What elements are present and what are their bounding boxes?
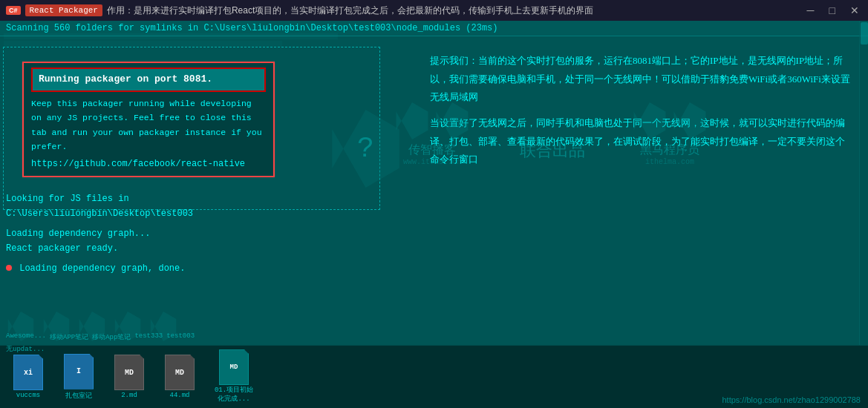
file-label-vuccms: vuccms <box>16 392 40 399</box>
path-line: C:\Users\liulongbin\Desktop\test003 <box>6 206 193 221</box>
loading-line: Loading dependency graph... <box>6 226 193 241</box>
annotation-box: Running packager on port 8081. Keep this… <box>22 62 275 177</box>
label-app1: 移动APP笔记 <box>50 332 88 342</box>
red-dot-icon <box>6 265 12 271</box>
bottom-update-label: 无updat... <box>0 344 149 354</box>
title-bar-left: C# React Packager 作用：是用来进行实时编译打包React项目的… <box>6 4 593 17</box>
itcast-hex-2 <box>434 102 471 139</box>
bottom-file-labels: Awesome... 移动APP笔记 移动App笔记 test333 test0… <box>0 330 319 344</box>
file-label-project: 01.项目初始化完成... <box>215 386 253 404</box>
file-item-biji[interactable]: I 扎包室记 <box>56 354 101 401</box>
label-test003: test003 <box>166 332 195 342</box>
faint-rows <box>4 33 375 47</box>
app-icon: C# <box>6 6 21 15</box>
close-button[interactable]: ✕ <box>847 4 862 16</box>
minimize-button[interactable]: ─ <box>804 4 818 16</box>
itcast-hex-row <box>394 102 471 139</box>
done-line: Loading dependency graph, done. <box>6 261 193 276</box>
github-link: https://github.com/facebook/react-native <box>31 157 266 171</box>
label-test333: test333 <box>134 332 163 342</box>
file-item-44md[interactable]: MD 44.md <box>157 355 202 399</box>
ready-line: React packager ready. <box>6 241 193 256</box>
file-icon-project: MD <box>219 349 249 385</box>
file-item-2md[interactable]: MD 2.md <box>107 355 151 399</box>
label-app2: 移动App笔记 <box>92 332 131 342</box>
desc-text: Keep this packager running while develop… <box>31 96 266 154</box>
itcast-hex-1 <box>394 102 431 139</box>
combined-text: 联合出品 <box>520 139 585 162</box>
terminal-main-text: Looking for JS files in C:\Users\liulong… <box>6 191 193 276</box>
title-bar: C# React Packager 作用：是用来进行实时编译打包React项目的… <box>0 0 868 21</box>
itheima-logo-area: 黑马程序员 ithelma.com <box>631 102 708 166</box>
file-label-44md: 44.md <box>169 392 189 399</box>
file-label-biji: 扎包室记 <box>65 391 92 401</box>
file-icon-vuccms: xi <box>13 355 43 390</box>
scrollbar-thumb[interactable] <box>861 22 868 45</box>
file-icon-biji: I <box>64 354 94 389</box>
itheima-url: ithelma.com <box>631 158 708 166</box>
maximize-button[interactable]: □ <box>826 4 838 16</box>
itheima-hex-2 <box>671 102 708 139</box>
itheima-hex-row <box>631 102 708 139</box>
app-name-badge: React Packager <box>25 4 102 16</box>
itcast-name: 传智播客 <box>394 142 471 158</box>
port-line: Running packager on port 8081. <box>31 68 266 92</box>
window-controls[interactable]: ─ □ ✕ <box>804 4 862 16</box>
itcast-logo-area: 传智播客 www.itcast.cn <box>394 102 471 166</box>
right-text-1: 提示我们：当前的这个实时打包的服务，运行在8081端口上；它的IP地址，是无线网… <box>430 52 853 107</box>
itheima-name: 黑马程序员 <box>631 142 708 158</box>
file-icon-44md: MD <box>165 355 195 390</box>
itheima-hex-1 <box>631 102 668 139</box>
file-icon-2md: MD <box>114 355 144 390</box>
file-item-project[interactable]: MD 01.项目初始化完成... <box>208 349 260 404</box>
file-label-2md: 2.md <box>121 392 137 399</box>
label-awesome: Awesome... <box>6 332 46 342</box>
file-item-vuccms[interactable]: xi vuccms <box>6 355 50 399</box>
scrollbar[interactable] <box>859 21 868 345</box>
csdn-link: https://blog.csdn.net/zhao1299002788 <box>722 395 861 404</box>
terminal-window: Scanning 560 folders for symlinks in C:\… <box>0 21 868 408</box>
title-description: 作用：是用来进行实时编译打包React项目的，当实时编译打包完成之后，会把最新的… <box>107 4 593 17</box>
looking-line: Looking for JS files in <box>6 191 193 206</box>
itcast-url: www.itcast.cn <box>394 158 471 166</box>
